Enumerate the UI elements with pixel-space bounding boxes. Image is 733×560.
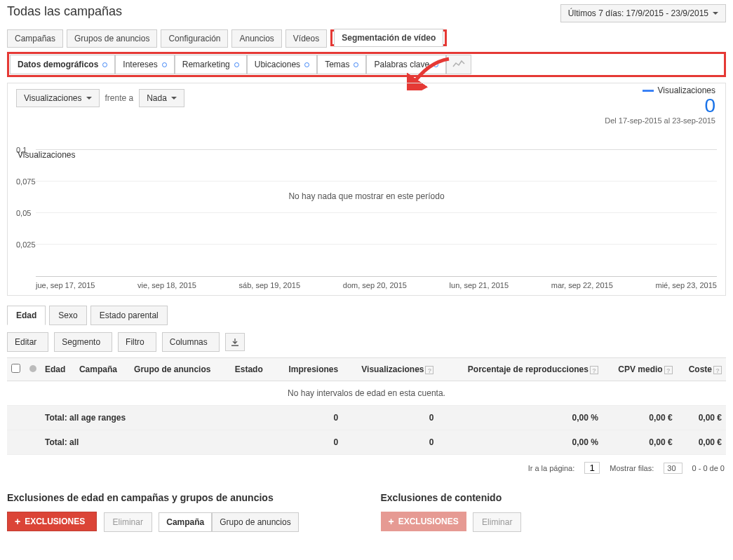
segmentation-subtabs-highlight: Datos demográficos Intereses Remarketing… <box>7 52 726 77</box>
circle-icon <box>354 62 358 67</box>
page-title: Todas las campañas <box>7 4 122 19</box>
tab-segmentacion-video[interactable]: Segmentación de vídeo <box>334 29 443 47</box>
legend-value: 0 <box>605 95 715 116</box>
col-impresiones[interactable]: Impresiones <box>274 358 342 381</box>
delete-button[interactable]: Eliminar <box>104 512 152 532</box>
demographic-tabs: Edad Sexo Estado parental <box>7 306 726 325</box>
status-dot-icon <box>29 365 36 372</box>
col-cpv[interactable]: CPV medio? <box>603 358 677 381</box>
chart-plot-area: 0,1 0,075 0,05 0,025 No hay nada que mos… <box>16 149 717 289</box>
scope-grupo[interactable]: Grupo de anuncios <box>212 512 298 532</box>
tab-estado-parental[interactable]: Estado parental <box>90 306 168 325</box>
tab-edad[interactable]: Edad <box>7 306 46 325</box>
scope-segmented: Campaña Grupo de anuncios <box>159 512 298 532</box>
table-empty-row: No hay intervalos de edad en esta cuenta… <box>7 381 726 406</box>
tab-grupos[interactable]: Grupos de anuncios <box>67 29 157 48</box>
tab-videos[interactable]: Vídeos <box>285 29 327 48</box>
segmento-dropdown[interactable]: Segmento <box>54 332 112 352</box>
section-title: Exclusiones de edad en campañas y grupos… <box>7 492 353 503</box>
help-icon[interactable]: ? <box>713 366 722 374</box>
metric-dropdown[interactable]: Visualizaciones <box>16 89 100 107</box>
tab-configuracion[interactable]: Configuración <box>161 29 228 48</box>
subtab-intereses[interactable]: Intereses <box>115 55 174 74</box>
pager-range: 0 - 0 de 0 <box>692 464 725 472</box>
scope-campana[interactable]: Campaña <box>159 512 212 532</box>
col-coste[interactable]: Coste? <box>677 358 726 381</box>
table-total-row: Total: all 0 0 0,00 % 0,00 € 0,00 € <box>7 430 726 455</box>
section-title: Exclusiones de contenido <box>381 492 727 503</box>
circle-icon <box>304 62 309 67</box>
chevron-down-icon <box>171 97 177 100</box>
legend-period: Del 17-sep-2015 al 23-sep-2015 <box>605 116 715 125</box>
plus-icon: + <box>389 517 394 526</box>
chevron-down-icon <box>86 97 92 100</box>
tab-sexo[interactable]: Sexo <box>49 306 86 325</box>
delete-button[interactable]: Eliminar <box>473 512 521 532</box>
x-tick: dom, sep 20, 2015 <box>343 281 407 289</box>
y-tick: 0,025 <box>16 240 36 249</box>
add-exclusions-button-disabled: +EXCLUSIONES <box>381 512 466 531</box>
x-tick: jue, sep 17, 2015 <box>36 281 95 289</box>
x-tick: mié, sep 23, 2015 <box>655 281 716 289</box>
table-toolbar: Editar Segmento Filtro Columnas <box>7 332 726 352</box>
download-icon <box>231 338 239 346</box>
x-tick: vie, sep 18, 2015 <box>137 281 196 289</box>
table-total-row: Total: all age ranges 0 0 0,00 % 0,00 € … <box>7 406 726 430</box>
data-table: Edad Campaña Grupo de anuncios Estado Im… <box>7 357 726 455</box>
select-all-checkbox[interactable] <box>11 364 20 373</box>
subtab-temas[interactable]: Temas <box>317 55 366 74</box>
table-pager: Ir a la página: Mostrar filas: 30 0 - 0 … <box>7 458 726 478</box>
tab-anuncios[interactable]: Anuncios <box>231 29 281 48</box>
compare-dropdown[interactable]: Nada <box>139 89 184 107</box>
help-icon[interactable]: ? <box>664 366 673 374</box>
x-tick: mar, sep 22, 2015 <box>551 281 613 289</box>
circle-icon <box>162 62 167 67</box>
help-icon[interactable]: ? <box>590 366 598 374</box>
col-grupo[interactable]: Grupo de anuncios <box>130 358 231 381</box>
x-tick: lun, sep 21, 2015 <box>450 281 509 289</box>
chart-card: Visualizaciones frente a Nada Visualizac… <box>7 83 726 296</box>
col-edad[interactable]: Edad <box>41 358 75 381</box>
add-exclusions-button[interactable]: +EXCLUSIONES <box>7 512 97 531</box>
circle-icon <box>234 62 239 67</box>
x-axis-ticks: jue, sep 17, 2015 vie, sep 18, 2015 sáb,… <box>36 281 717 289</box>
pager-rows-select[interactable]: 30 <box>664 463 682 474</box>
filtro-dropdown[interactable]: Filtro <box>118 332 156 352</box>
help-icon[interactable]: ? <box>425 366 433 374</box>
y-tick: 0,075 <box>16 177 36 186</box>
chart-empty-message: No hay nada que mostrar en este período <box>16 191 717 201</box>
subtab-ubicaciones[interactable]: Ubicaciones <box>247 55 317 74</box>
chart-legend: Visualizaciones 0 Del 17-sep-2015 al 23-… <box>605 86 715 125</box>
chevron-down-icon <box>713 12 718 15</box>
col-porcentaje[interactable]: Porcentaje de reproducciones? <box>438 358 602 381</box>
series-dash-icon <box>643 90 654 92</box>
pager-page-input[interactable] <box>584 462 600 474</box>
col-estado[interactable]: Estado <box>231 358 274 381</box>
col-campana[interactable]: Campaña <box>75 358 130 381</box>
y-tick: 0,1 <box>16 146 27 154</box>
x-tick: sáb, sep 19, 2015 <box>239 281 300 289</box>
exclusions-age-section: Exclusiones de edad en campañas y grupos… <box>7 492 353 532</box>
col-visualizaciones[interactable]: Visualizaciones? <box>342 358 438 381</box>
pager-showrows-label: Mostrar filas: <box>610 464 654 472</box>
subtab-demograficos[interactable]: Datos demográficos <box>10 55 115 74</box>
tab-campanas[interactable]: Campañas <box>7 29 63 48</box>
pager-goto-label: Ir a la página: <box>528 464 575 472</box>
exclusions-content-section: Exclusiones de contenido +EXCLUSIONES El… <box>381 492 727 532</box>
date-range-text: Últimos 7 días: 17/9/2015 - 23/9/2015 <box>568 8 708 18</box>
download-button[interactable] <box>225 333 245 351</box>
editar-dropdown[interactable]: Editar <box>7 332 48 352</box>
subtab-remarketing[interactable]: Remarketing <box>175 55 247 74</box>
circle-icon <box>102 62 107 67</box>
main-tabs: Campañas Grupos de anuncios Configuració… <box>7 29 726 48</box>
vs-label: frente a <box>105 93 134 103</box>
y-tick: 0,05 <box>16 209 31 217</box>
plus-icon: + <box>15 517 20 526</box>
date-range-picker[interactable]: Últimos 7 días: 17/9/2015 - 23/9/2015 <box>560 4 726 22</box>
columnas-dropdown[interactable]: Columnas <box>162 332 220 352</box>
